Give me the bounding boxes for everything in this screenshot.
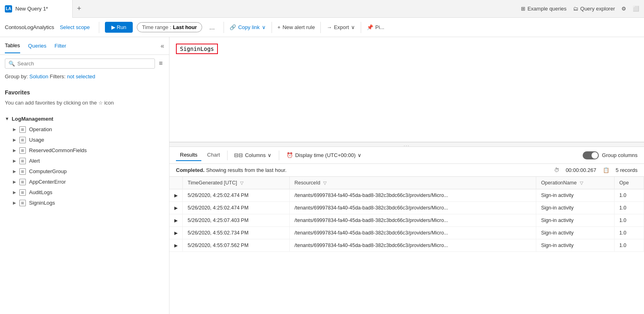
display-time-chevron: ∨ (358, 152, 362, 158)
cell-operationname: Sign-in activity (536, 202, 614, 214)
table-row[interactable]: ▶ 5/26/2020, 4:25:02.474 PM /tenants/699… (169, 202, 644, 214)
tree-item-appcentererror[interactable]: ▶ ⊞ AppCenterError (5, 177, 164, 187)
tab-tables[interactable]: Tables (5, 38, 20, 53)
filter-icon-button[interactable]: ≡ (157, 58, 164, 69)
add-tab-button[interactable]: + (73, 0, 86, 18)
group-by-row: Group by: Solution Filters: not selected (0, 72, 169, 83)
tab-queries[interactable]: Queries (28, 39, 47, 53)
filters-label: Filters: (50, 73, 65, 80)
results-table-wrap: TimeGenerated [UTC] ▽ ResourceId ▽ Opera… (169, 177, 644, 314)
row-expand-button[interactable]: ▶ (169, 227, 183, 239)
tree-item-usage[interactable]: ▶ ⊞ Usage (5, 135, 164, 145)
copy-link-button[interactable]: 🔗 Copy link ∨ (230, 24, 266, 30)
query-editor[interactable]: SigninLogs (169, 37, 644, 142)
expand-col-header (169, 177, 183, 189)
timegenerated-filter-button[interactable]: ▽ (240, 180, 243, 186)
drag-handle[interactable]: ... (169, 142, 644, 147)
cell-resourceid: /tenants/69997834-fa40-45da-bad8-382c3bd… (289, 202, 536, 214)
tree-item-alert[interactable]: ▶ ⊞ Alert (5, 156, 164, 166)
records-icon: 📋 (603, 167, 609, 173)
active-tab[interactable]: LA New Query 1* (0, 0, 73, 18)
divider-2 (224, 22, 224, 33)
cell-ope: 1.0 (614, 239, 644, 252)
copy-link-chevron: ∨ (262, 24, 266, 30)
tab-results[interactable]: Results (176, 149, 201, 161)
time-range-value: Last hour (173, 24, 197, 30)
group-by-value[interactable]: Solution (29, 73, 48, 80)
columns-button[interactable]: ⊟⊟ Columns ∨ (231, 151, 275, 160)
cell-resourceid: /tenants/69997834-fa40-45da-bad8-382c3bd… (289, 239, 536, 252)
display-time-button[interactable]: ⏰ Display time (UTC+00:00) ∨ (283, 151, 365, 160)
cell-operationname: Sign-in activity (536, 227, 614, 239)
favorites-title: Favorites (5, 89, 164, 96)
filters-value[interactable]: not selected (67, 73, 95, 80)
more-options-button[interactable]: ... (206, 22, 218, 33)
tree-item-auditlogs[interactable]: ▶ ⊞ AuditLogs (5, 187, 164, 198)
cell-timegenerated: 5/26/2020, 4:25:02.474 PM (183, 189, 290, 202)
maximize-icon: ⬜ (633, 6, 639, 12)
row-expand-button[interactable]: ▶ (169, 239, 183, 252)
tab-filter[interactable]: Filter (54, 39, 66, 53)
results-table: TimeGenerated [UTC] ▽ ResourceId ▽ Opera… (169, 177, 644, 252)
search-input[interactable] (17, 61, 151, 67)
query-explorer-button[interactable]: 🗂 Query explorer (573, 6, 615, 12)
col-timegenerated: TimeGenerated [UTC] ▽ (183, 177, 290, 189)
workspace-name: ContosoLogAnalytics (5, 24, 54, 30)
group-chevron: ▼ (5, 116, 9, 121)
divider-1 (99, 22, 99, 33)
tab-chart[interactable]: Chart (203, 149, 224, 161)
main-layout: Tables Queries Filter « 🔍 ≡ Group by: So… (0, 37, 644, 314)
query-text[interactable]: SigninLogs (176, 44, 218, 54)
table-icon: ⊞ (19, 147, 26, 154)
results-tbody: ▶ 5/26/2020, 4:25:02.474 PM /tenants/699… (169, 189, 644, 252)
pin-button[interactable]: 📌 Pi... (367, 24, 384, 30)
col-operationname: OperationName ▽ (536, 177, 614, 189)
sidebar-search-row: 🔍 ≡ (0, 55, 169, 72)
table-icon: ⊞ (19, 126, 26, 133)
group-by-label: Group by: (5, 73, 28, 80)
select-scope-button[interactable]: Select scope (60, 24, 90, 30)
item-label: ReservedCommonFields (29, 147, 87, 153)
tree-item-operation[interactable]: ▶ ⊞ Operation (5, 124, 164, 135)
row-expand-button[interactable]: ▶ (169, 202, 183, 214)
tree-item-signinlogs[interactable]: ▶ ⊞ SigninLogs (5, 198, 164, 208)
item-label: AppCenterError (29, 179, 66, 185)
search-box[interactable]: 🔍 (5, 59, 155, 69)
results-area: Results Chart ⊟⊟ Columns ∨ ⏰ Display tim… (169, 147, 644, 314)
settings-button[interactable]: ⚙ (621, 6, 626, 12)
export-chevron: ∨ (351, 24, 355, 30)
status-left: Completed. Showing results from the last… (176, 167, 286, 173)
new-alert-rule-button[interactable]: + New alert rule (278, 24, 315, 30)
item-label: Alert (29, 158, 40, 164)
time-range-button[interactable]: Time range : Last hour (137, 22, 202, 32)
operationname-filter-button[interactable]: ▽ (580, 180, 583, 186)
example-queries-button[interactable]: ⊞ Example queries (521, 6, 567, 12)
maximize-button[interactable]: ⬜ (633, 6, 639, 12)
table-row[interactable]: ▶ 5/26/2020, 4:55:07.562 PM /tenants/699… (169, 239, 644, 252)
export-button[interactable]: → Export ∨ (326, 24, 355, 30)
log-management-group[interactable]: ▼ LogManagement (5, 113, 164, 124)
table-row[interactable]: ▶ 5/26/2020, 4:25:07.403 PM /tenants/699… (169, 214, 644, 227)
drag-dots: ... (404, 142, 410, 147)
status-right: ⏱ 00:00:00.267 📋 5 records (554, 167, 638, 173)
tree-item-reservedcommonfields[interactable]: ▶ ⊞ ReservedCommonFields (5, 145, 164, 156)
query-area: SigninLogs ... Results Chart ⊟⊟ Columns … (169, 37, 644, 314)
run-button[interactable]: ▶ Run (105, 22, 133, 33)
row-expand-button[interactable]: ▶ (169, 214, 183, 227)
title-bar-right: ⊞ Example queries 🗂 Query explorer ⚙ ⬜ (521, 6, 644, 12)
table-row[interactable]: ▶ 5/26/2020, 4:55:02.734 PM /tenants/699… (169, 227, 644, 239)
pin-icon: 📌 (367, 24, 373, 30)
sidebar: Tables Queries Filter « 🔍 ≡ Group by: So… (0, 37, 169, 314)
group-label: LogManagement (12, 116, 53, 122)
results-status: Completed. Showing results from the last… (169, 164, 644, 177)
table-row[interactable]: ▶ 5/26/2020, 4:25:02.474 PM /tenants/699… (169, 189, 644, 202)
table-icon: ⊞ (19, 168, 26, 175)
tree-item-computergroup[interactable]: ▶ ⊞ ComputerGroup (5, 166, 164, 177)
new-alert-icon: + (278, 24, 281, 30)
divider-5 (361, 22, 361, 33)
collapse-sidebar-button[interactable]: « (161, 42, 164, 50)
toggle-switch[interactable] (583, 151, 599, 159)
row-expand-button[interactable]: ▶ (169, 189, 183, 202)
columns-icon: ⊟⊟ (234, 152, 243, 158)
resourceid-filter-button[interactable]: ▽ (323, 180, 326, 186)
